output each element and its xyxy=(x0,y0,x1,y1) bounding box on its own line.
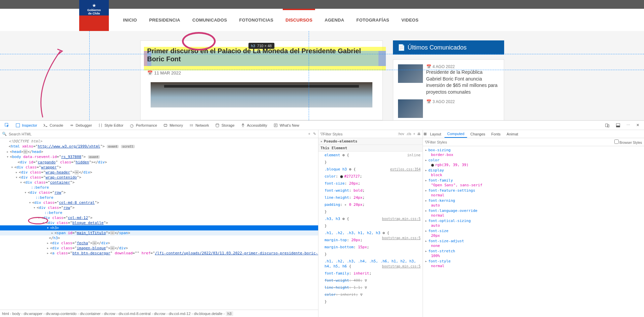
article-card: h3 710 × 48 Primer discurso en el Palaci… xyxy=(140,40,383,120)
nav-discursos[interactable]: DISCURSOS xyxy=(279,18,318,23)
calendar-icon: 📅 xyxy=(426,64,431,69)
document-icon: 📄 xyxy=(398,44,405,51)
article-title: Primer discurso en el Palacio de La Mone… xyxy=(147,47,376,63)
sidebar-heading: 📄 Últimos Comunicados xyxy=(393,40,504,55)
content: h3 710 × 48 Primer discurso en el Palaci… xyxy=(0,31,644,120)
sidebar-thumb xyxy=(398,99,423,118)
calendar-icon: 📅 xyxy=(426,99,431,104)
nav-comunicados[interactable]: COMUNICADOS xyxy=(186,18,233,23)
logo-star-icon: ★ xyxy=(92,3,96,8)
nav-agenda[interactable]: AGENDA xyxy=(318,18,350,23)
inspect-tooltip: h3 710 × 48 xyxy=(248,43,274,49)
sidebar-item[interactable]: 📅4 AGO 2022 Presidente de la República G… xyxy=(398,64,499,95)
nav-inicio[interactable]: INICIO xyxy=(117,18,143,23)
article-date: 📅 11 MAR 2022 xyxy=(147,70,376,75)
sidebar-thumb xyxy=(398,64,423,83)
nav-presidencia[interactable]: PRESIDENCIA xyxy=(143,18,186,23)
header: ★ Gobiernode Chile INICIO PRESIDENCIA CO… xyxy=(0,9,644,31)
sidebar-item-title: Presidente de la República Gabriel Boric… xyxy=(426,69,499,95)
logo[interactable]: ★ Gobiernode Chile xyxy=(79,0,109,31)
sidebar: 📄 Últimos Comunicados 📅4 AGO 2022 Presid… xyxy=(393,40,504,120)
nav-fotonoticias[interactable]: FOTONOTICIAS xyxy=(233,18,280,23)
nav-videos[interactable]: VIDEOS xyxy=(395,18,425,23)
logo-text: Gobiernode Chile xyxy=(87,9,101,15)
sidebar-item[interactable]: 📅3 AGO 2022 xyxy=(398,99,499,118)
main-nav: INICIO PRESIDENCIA COMUNICADOS FOTONOTIC… xyxy=(109,9,425,31)
nav-fotografias[interactable]: FOTOGRAFÍAS xyxy=(350,18,395,23)
article-image xyxy=(151,82,372,107)
calendar-icon: 📅 xyxy=(147,70,153,75)
